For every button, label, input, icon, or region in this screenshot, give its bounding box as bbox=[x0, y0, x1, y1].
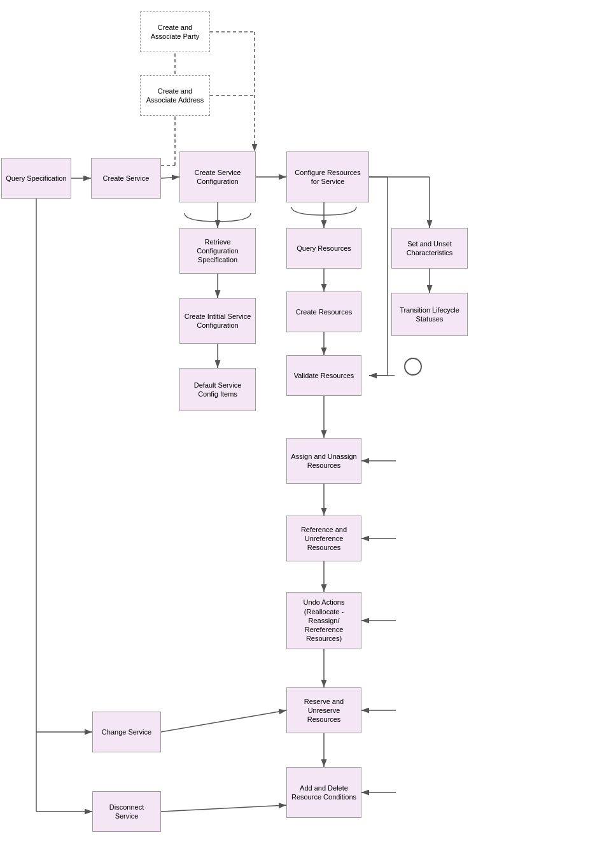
create-resources-label: Create Resources bbox=[296, 307, 353, 316]
create-initial-config-label: Create Intitial Service Configuration bbox=[184, 312, 251, 330]
create-assoc-party-label: Create and Associate Party bbox=[144, 23, 206, 41]
query-resources-node: Query Resources bbox=[286, 228, 361, 269]
add-delete-conditions-node: Add and Delete Resource Conditions bbox=[286, 767, 361, 818]
undo-actions-node: Undo Actions (Reallocate - Reassign/ Rer… bbox=[286, 592, 361, 649]
add-delete-conditions-label: Add and Delete Resource Conditions bbox=[291, 784, 357, 802]
svg-line-4 bbox=[161, 177, 179, 178]
create-service-config-label: Create Service Configuration bbox=[184, 168, 251, 186]
svg-line-31 bbox=[161, 710, 286, 732]
change-service-label: Change Service bbox=[102, 728, 151, 736]
set-unset-characteristics-node: Set and Unset Characteristics bbox=[391, 228, 468, 269]
create-assoc-address-node: Create and Associate Address bbox=[140, 75, 210, 116]
retrieve-config-spec-label: Retrieve Configuration Specification bbox=[184, 237, 251, 265]
query-specification-node: Query Specification bbox=[1, 158, 71, 199]
transition-lifecycle-label: Transition Lifecycle Statuses bbox=[396, 306, 463, 324]
reference-unreference-label: Reference and Unreference Resources bbox=[291, 525, 357, 552]
configure-resources-label: Configure Resources for Service bbox=[291, 168, 365, 186]
create-assoc-address-label: Create and Associate Address bbox=[144, 87, 206, 105]
validate-resources-node: Validate Resources bbox=[286, 355, 361, 396]
query-resources-label: Query Resources bbox=[297, 244, 351, 253]
create-service-label: Create Service bbox=[103, 174, 150, 183]
reference-unreference-node: Reference and Unreference Resources bbox=[286, 516, 361, 561]
diagram-container: Create and Associate Party Create and As… bbox=[0, 0, 616, 865]
reserve-unreserve-node: Reserve and Unreserve Resources bbox=[286, 687, 361, 733]
assign-unassign-node: Assign and Unassign Resources bbox=[286, 438, 361, 484]
validate-resources-label: Validate Resources bbox=[294, 371, 354, 380]
undo-actions-label: Undo Actions (Reallocate - Reassign/ Rer… bbox=[291, 598, 357, 643]
transition-lifecycle-node: Transition Lifecycle Statuses bbox=[391, 293, 468, 336]
create-service-config-node: Create Service Configuration bbox=[179, 151, 256, 202]
create-service-node: Create Service bbox=[91, 158, 161, 199]
retrieve-config-spec-node: Retrieve Configuration Specification bbox=[179, 228, 256, 274]
create-resources-node: Create Resources bbox=[286, 292, 361, 332]
svg-line-32 bbox=[161, 805, 286, 812]
default-service-config-node: Default Service Config Items bbox=[179, 368, 256, 411]
reserve-unreserve-label: Reserve and Unreserve Resources bbox=[291, 697, 357, 724]
disconnect-service-label: Disconnect Service bbox=[97, 803, 157, 821]
svg-point-16 bbox=[405, 358, 421, 375]
disconnect-service-node: Disconnect Service bbox=[92, 791, 161, 832]
configure-resources-node: Configure Resources for Service bbox=[286, 151, 369, 202]
set-unset-characteristics-label: Set and Unset Characteristics bbox=[396, 239, 463, 258]
assign-unassign-label: Assign and Unassign Resources bbox=[291, 452, 357, 470]
query-specification-label: Query Specification bbox=[6, 174, 66, 183]
default-service-config-label: Default Service Config Items bbox=[184, 381, 251, 399]
create-initial-config-node: Create Intitial Service Configuration bbox=[179, 298, 256, 344]
change-service-node: Change Service bbox=[92, 712, 161, 752]
create-assoc-party-node: Create and Associate Party bbox=[140, 11, 210, 52]
